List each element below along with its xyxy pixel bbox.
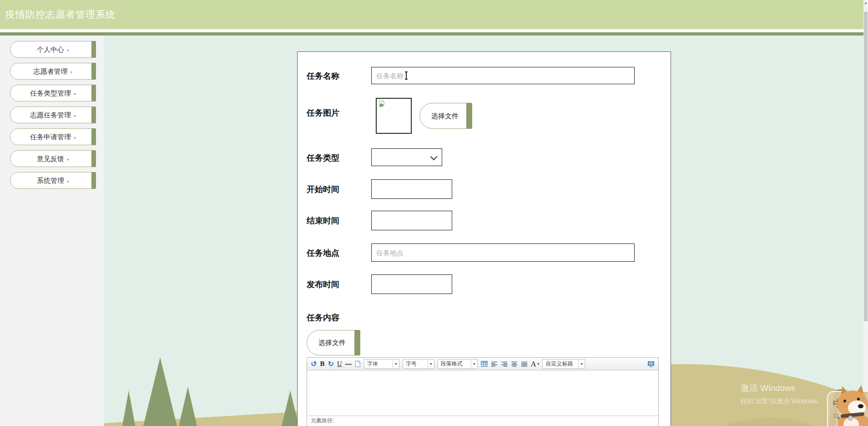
dog-eye <box>843 400 846 402</box>
sidebar-item-label: 系统管理 <box>37 177 64 184</box>
sidebar-item-volunteer-mgmt[interactable]: 志愿者管理▾ <box>10 63 96 80</box>
watermark-line2: 转到“设置”以激活 Windows。 <box>741 397 823 406</box>
top-header-bar: 疫情防控志愿者管理系统 <box>0 0 868 29</box>
fontsize-select-label: 字号 <box>403 360 428 368</box>
chevron-down-icon: ▾ <box>74 113 76 118</box>
chevron-down-icon: ▾ <box>537 362 539 366</box>
tree-shape <box>178 387 197 426</box>
font-select-label: 字体 <box>364 360 393 368</box>
bold-icon[interactable]: B <box>320 360 324 367</box>
underline-icon[interactable]: U <box>337 360 342 367</box>
choose-file-button-content[interactable]: 选择文件 <box>307 330 360 355</box>
horizontal-rule-icon[interactable]: — <box>345 361 352 367</box>
justify-icon[interactable] <box>521 361 528 367</box>
sidebar: 个人中心▾ 志愿者管理▾ 任务类型管理▾ 志愿任务管理▾ 任务申请管理▾ 意见反… <box>0 36 104 426</box>
font-select[interactable]: 字体 ▾ <box>364 359 399 369</box>
font-color-label: A <box>531 360 536 368</box>
task-image-label: 任务图片 <box>307 107 339 118</box>
scrollbar-thumb[interactable] <box>864 12 868 321</box>
font-color-icon[interactable]: A ▾ <box>531 360 540 368</box>
dog-collar-tag <box>848 416 853 421</box>
sidebar-item-feedback[interactable]: 意见反馈▾ <box>10 150 96 167</box>
custom-title-select-label: 自定义标题 <box>543 360 578 368</box>
sidebar-item-label: 个人中心 <box>37 46 64 53</box>
end-time-input[interactable] <box>371 211 452 230</box>
sidebar-item-personal-center[interactable]: 个人中心▾ <box>10 41 96 58</box>
choose-file-label: 选择文件 <box>431 112 459 120</box>
end-time-label: 结束时间 <box>307 215 339 226</box>
task-name-input[interactable] <box>371 67 635 84</box>
align-right-icon[interactable] <box>501 361 508 367</box>
chevron-down-icon: ▾ <box>74 91 76 96</box>
editor-element-path: 元素路径: <box>307 416 658 426</box>
task-form-panel: 任务名称 任务图片 选择文件 任务类型 开始时间 结束时间 任务地点 <box>297 51 671 426</box>
sidebar-item-label: 任务类型管理 <box>30 89 71 97</box>
chevron-down-icon: ▾ <box>67 157 69 162</box>
fontsize-select[interactable]: 字号 ▾ <box>403 359 434 369</box>
choose-file-label: 选择文件 <box>318 339 346 346</box>
sidebar-item-label: 任务申请管理 <box>30 133 71 141</box>
paragraph-format-select[interactable]: 段落格式 ▾ <box>438 359 478 369</box>
task-location-input[interactable] <box>371 243 635 262</box>
dog-eye <box>857 398 860 401</box>
sidebar-item-system-mgmt[interactable]: 系统管理▾ <box>10 172 96 189</box>
broken-image-icon <box>378 100 385 109</box>
sidebar-item-label: 志愿任务管理 <box>30 111 71 119</box>
start-time-input[interactable] <box>371 179 452 199</box>
publish-time-label: 发布时间 <box>307 279 339 290</box>
shiba-dog-mascot-image <box>837 385 868 426</box>
sidebar-item-label: 意见反馈 <box>37 155 64 162</box>
paragraph-select-label: 段落格式 <box>438 360 471 368</box>
align-left-icon[interactable] <box>491 361 498 367</box>
tree-shape <box>143 357 177 426</box>
task-location-label: 任务地点 <box>307 248 339 259</box>
insert-table-icon[interactable] <box>481 361 488 367</box>
tree-shape <box>122 390 136 426</box>
chevron-down-icon: ▾ <box>393 360 399 368</box>
sidebar-item-volunteer-task-mgmt[interactable]: 志愿任务管理▾ <box>10 106 96 123</box>
chevron-down-icon: ▾ <box>67 179 69 184</box>
start-time-label: 开始时间 <box>307 184 339 195</box>
editor-fullscreen-icon[interactable] <box>647 361 655 367</box>
chevron-down-icon: ▾ <box>67 48 69 53</box>
chevron-down-icon: ▾ <box>428 360 434 368</box>
task-type-label: 任务类型 <box>307 152 339 163</box>
task-image-preview <box>376 98 412 134</box>
vertical-scrollbar[interactable] <box>863 0 868 426</box>
redo-icon[interactable]: ↻ <box>328 360 333 368</box>
chevron-down-icon: ▾ <box>74 135 76 140</box>
align-center-icon[interactable] <box>511 361 518 367</box>
rich-text-editor: ↺ B ↻ U — 字体 ▾ 字号 ▾ <box>307 357 659 426</box>
task-name-label: 任务名称 <box>307 71 339 81</box>
chevron-down-icon: ▾ <box>471 360 477 368</box>
task-content-label: 任务内容 <box>307 312 339 323</box>
new-page-icon[interactable] <box>355 360 361 367</box>
choose-file-button-image[interactable]: 选择文件 <box>419 103 472 129</box>
header-divider-white <box>0 29 868 32</box>
sidebar-item-task-type-mgmt[interactable]: 任务类型管理▾ <box>10 85 96 101</box>
app-window: 疫情防控志愿者管理系统 个人中心▾ 志愿者管理▾ 任务类型管理▾ 志愿任务管理▾… <box>0 0 868 426</box>
publish-time-input[interactable] <box>371 274 452 294</box>
editor-content-area[interactable] <box>307 370 658 416</box>
tree-shape <box>281 390 299 426</box>
sidebar-item-label: 志愿者管理 <box>33 67 67 75</box>
sidebar-item-task-apply-mgmt[interactable]: 任务申请管理▾ <box>10 128 96 145</box>
scroll-up-icon[interactable] <box>864 2 867 4</box>
task-type-select[interactable] <box>371 148 442 166</box>
watermark-line1: 激活 Windows <box>741 382 823 394</box>
editor-toolbar: ↺ B ↻ U — 字体 ▾ 字号 ▾ <box>307 358 658 370</box>
custom-title-select[interactable]: 自定义标题 ▾ <box>542 359 585 369</box>
text-cursor-icon <box>406 71 407 80</box>
chevron-down-icon: ▾ <box>70 70 72 75</box>
app-title: 疫情防控志愿者管理系统 <box>5 0 116 29</box>
dog-nose <box>858 404 863 408</box>
undo-icon[interactable]: ↺ <box>311 360 317 368</box>
windows-activation-watermark: 激活 Windows 转到“设置”以激活 Windows。 <box>741 382 823 406</box>
chevron-down-icon: ▾ <box>578 360 585 368</box>
header-divider-olive <box>0 32 868 36</box>
